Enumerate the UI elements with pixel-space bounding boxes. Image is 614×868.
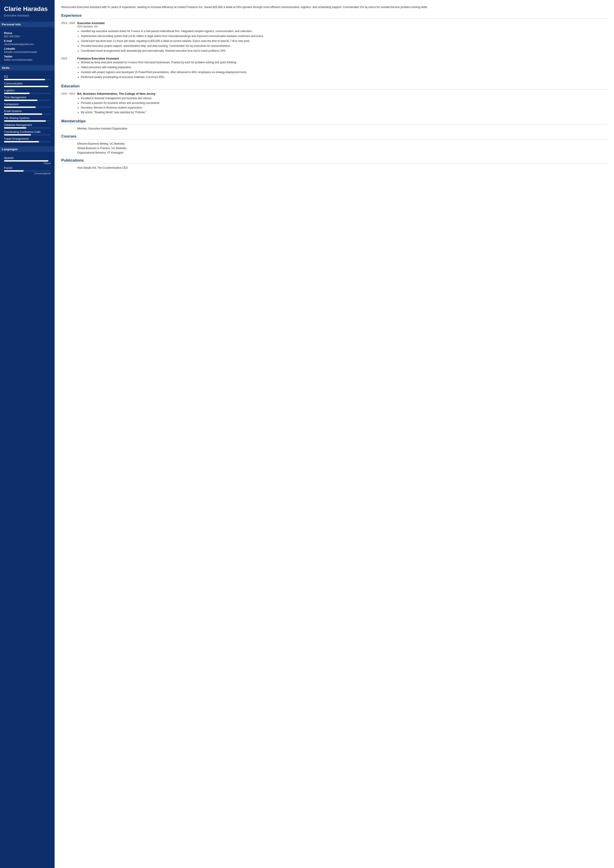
courses-title: Courses [61, 134, 607, 140]
memberships-entries: Member, Executive Assistant Organization [61, 127, 607, 130]
experience-section: Experience 2013 - 2018Executive Assistan… [61, 13, 607, 80]
exp-bullets: Worked as temp executive assistant for 4… [77, 61, 607, 79]
edu-bullet: My article, "Reading Minds" was reprinte… [81, 110, 607, 114]
entry-indent [61, 142, 77, 145]
entry-indent [61, 147, 77, 150]
exp-bullet: Provided executive project support, admi… [81, 44, 607, 48]
skill-bar-bg [4, 134, 51, 135]
education-section: Education 2010 - 2013BA, Business Admini… [61, 84, 607, 115]
skill-bar-fill [4, 107, 36, 108]
exp-bullet: Performed weekly proofreading of executi… [81, 75, 607, 79]
phone-label: Phone [4, 32, 51, 35]
skill-bar-fill [4, 79, 45, 80]
entry-indent [61, 127, 77, 130]
education-entry: 2010 - 2013BA, Business Administration, … [61, 92, 607, 115]
skill-name: Coordinating Conference Calls [4, 130, 51, 134]
exp-job-title: Executive Assistant [77, 22, 607, 25]
course-entry: Effective Business Writing, UC Berkeley [61, 142, 607, 145]
skill-name: Compassion [4, 103, 51, 106]
memberships-section: Memberships Member, Executive Assistant … [61, 119, 607, 130]
skill-bar-fill [4, 113, 42, 115]
skill-name: Communication [4, 82, 51, 85]
main-content: Resourceful Executive Assistant with 5+ … [54, 0, 614, 868]
experience-title: Experience [61, 13, 607, 19]
publications-entries: How Details Kill, The Counterintuitive C… [61, 166, 607, 169]
edu-bullet: Pursued a passion for business ethics an… [81, 101, 607, 105]
exp-bullet: Implemented call-recording system that c… [81, 34, 607, 38]
skill-item: Database Management [4, 123, 51, 129]
education-title: Education [61, 84, 607, 89]
skill-item: Coordinating Conference Calls [4, 130, 51, 135]
membership-entry: Member, Executive Assistant Organization [61, 127, 607, 130]
skill-item: Time Management [4, 96, 51, 101]
skill-name: Travel Arrangements [4, 137, 51, 140]
skill-bar-bg [4, 113, 51, 115]
email-label: E-mail [4, 39, 51, 43]
language-item: FrenchConversational [4, 166, 51, 175]
linkedin-label: LinkedIn [4, 47, 51, 50]
language-bar-fill [4, 170, 23, 172]
language-bar-bg [4, 160, 51, 161]
language-bar-fill [4, 160, 48, 161]
phone-value: 862-208-2592 [4, 35, 51, 38]
course-entry: Organizational Behavior, IIT Kharagpur [61, 151, 607, 154]
edu-degree: BA, Business Administration, The College… [77, 92, 607, 95]
exp-bullet: Worked as temp executive assistant for 4… [81, 61, 607, 64]
skill-item: Communication [4, 82, 51, 87]
exp-bullet: Handled top executive assistant duties f… [81, 29, 607, 33]
skills-section-title: Skills [0, 65, 54, 71]
personal-info-fields: Phone 862-208-2592 E-mail clarieharadas@… [4, 30, 51, 62]
language-level: Conversational [4, 172, 51, 175]
skill-bar-fill [4, 141, 39, 143]
skill-bar-bg [4, 79, 51, 80]
edu-content: BA, Business Administration, The College… [77, 92, 607, 115]
skills-list: EQCommunicationLogisticsTime ManagementC… [4, 73, 51, 143]
edu-bullet: Secretary, Women in Business student org… [81, 106, 607, 110]
skill-name: EQ [4, 75, 51, 78]
exp-bullets: Handled top executive assistant duties f… [77, 29, 607, 53]
summary: Resourceful Executive Assistant with 5+ … [61, 5, 607, 9]
skill-bar-bg [4, 127, 51, 129]
edu-dates: 2010 - 2013 [61, 92, 77, 115]
skill-bar-bg [4, 141, 51, 143]
sidebar-title: Executive Assistant [4, 14, 51, 17]
publications-title: Publications [61, 158, 607, 163]
email-value: clarieharadas@gmail.com [4, 43, 51, 45]
skill-item: Email Systems [4, 110, 51, 115]
entry-indent [61, 151, 77, 154]
exp-dates: 2013 [61, 57, 77, 80]
publications-section: Publications How Details Kill, The Count… [61, 158, 607, 169]
exp-job-title: Freelance Executive Assistant [77, 57, 607, 60]
exp-company: ISN Lipmann, Inc. [77, 25, 607, 28]
publication-entry: How Details Kill, The Counterintuitive C… [61, 166, 607, 169]
skill-bar-bg [4, 99, 51, 101]
exp-content: Executive AssistantISN Lipmann, Inc.Hand… [77, 22, 607, 54]
language-item: SpanishFluent [4, 157, 51, 165]
language-name: Spanish [4, 157, 51, 160]
skill-item: File-Sharing Systems [4, 116, 51, 122]
skill-bar-fill [4, 93, 29, 94]
courses-section: Courses Effective Business Writing, UC B… [61, 134, 607, 154]
skill-bar-fill [4, 99, 37, 101]
skill-bar-fill [4, 127, 26, 129]
skill-bar-bg [4, 120, 51, 122]
memberships-title: Memberships [61, 119, 607, 124]
courses-entries: Effective Business Writing, UC BerkeleyG… [61, 142, 607, 154]
edu-bullet: Excelled in financial management and bus… [81, 96, 607, 100]
language-name: French [4, 166, 51, 169]
language-bar-bg [4, 170, 51, 172]
entry-indent [61, 166, 77, 169]
skill-bar-bg [4, 93, 51, 94]
experience-entries: 2013 - 2018Executive AssistantISN Lipman… [61, 22, 607, 80]
course-text: Organizational Behavior, IIT Kharagpur [77, 151, 607, 154]
skill-bar-fill [4, 86, 48, 87]
skill-item: Travel Arrangements [4, 137, 51, 143]
exp-dates: 2013 - 2018 [61, 22, 77, 54]
skill-name: Email Systems [4, 110, 51, 113]
experience-entry: 2013Freelance Executive AssistantWorked … [61, 57, 607, 80]
skill-item: EQ [4, 75, 51, 80]
personal-info-section-title: Personal Info [0, 22, 54, 27]
experience-entry: 2013 - 2018Executive AssistantISN Lipman… [61, 22, 607, 54]
exp-content: Freelance Executive AssistantWorked as t… [77, 57, 607, 80]
skill-name: File-Sharing Systems [4, 116, 51, 120]
